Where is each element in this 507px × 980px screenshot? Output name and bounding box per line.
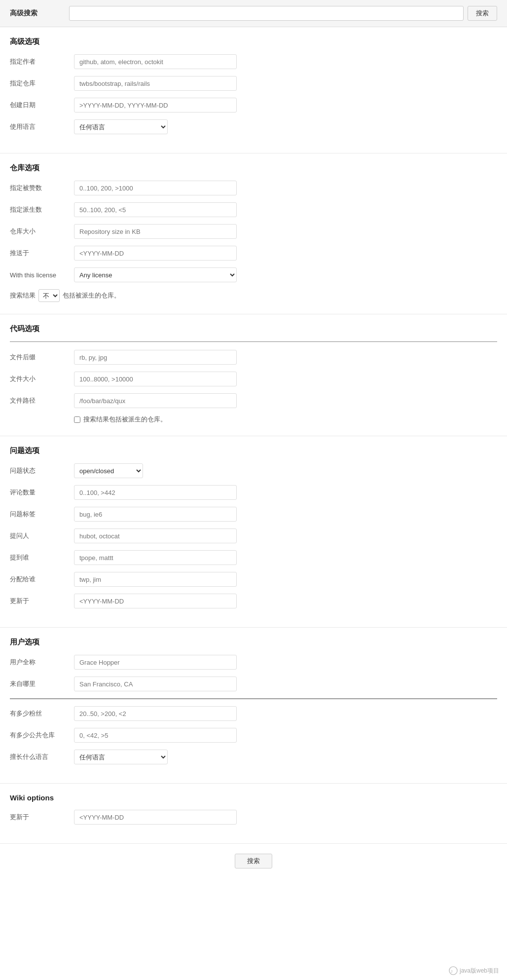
issue-state-row: 问题状态 open/closed (10, 463, 497, 478)
language-select[interactable]: 任何语言 (74, 119, 168, 134)
issue-labels-row: 问题标签 (10, 507, 497, 522)
issue-updated-row: 更新于 (10, 594, 497, 608)
forks-label: 指定派生数 (10, 205, 74, 214)
repo-row: 指定仓库 (10, 76, 497, 91)
top-search-button[interactable]: 搜索 (468, 6, 497, 21)
followers-row: 有多少粉丝 (10, 706, 497, 721)
user-options-title: 用户选项 (10, 638, 497, 647)
fullname-input[interactable] (74, 655, 237, 670)
author-input[interactable] (74, 54, 237, 69)
followers-label: 有多少粉丝 (10, 709, 74, 718)
reposize-label: 仓库大小 (10, 227, 74, 236)
repo-options-title: 仓库选项 (10, 163, 497, 173)
location-label: 来自哪里 (10, 679, 74, 688)
mentions-input[interactable] (74, 550, 237, 565)
filesize-input[interactable] (74, 372, 237, 386)
wiki-updated-input[interactable] (74, 810, 237, 825)
extension-label: 文件后缀 (10, 353, 74, 362)
mentions-label: 提到谁 (10, 553, 74, 562)
author-issue-label: 提问人 (10, 531, 74, 540)
advanced-options-title: 高级选项 (10, 37, 497, 46)
comments-row: 评论数量 (10, 485, 497, 500)
code-options-section: 代码选项 文件后缀 文件大小 文件路径 搜索结果包括被派生的仓库。 (0, 314, 507, 436)
issue-updated-label: 更新于 (10, 597, 74, 605)
public-repos-row: 有多少公共仓库 (10, 728, 497, 743)
stars-input[interactable] (74, 181, 237, 195)
issue-state-label: 问题状态 (10, 466, 74, 475)
author-row: 指定作者 (10, 54, 497, 69)
issue-labels-label: 问题标签 (10, 510, 74, 519)
stars-label: 指定被赞数 (10, 184, 74, 192)
filesize-row: 文件大小 (10, 372, 497, 386)
bottom-bar: 搜索 (0, 844, 507, 878)
code-divider (10, 341, 497, 342)
comments-input[interactable] (74, 485, 237, 500)
user-language-label: 擅长什么语言 (10, 753, 74, 761)
filepath-label: 文件路径 (10, 396, 74, 405)
language-label: 使用语言 (10, 122, 74, 131)
wiki-options-section: Wiki options 更新于 (0, 784, 507, 844)
top-search-bar: 高级搜索 搜索 (0, 0, 507, 27)
comments-label: 评论数量 (10, 488, 74, 497)
location-input[interactable] (74, 677, 237, 691)
user-divider (10, 698, 497, 699)
public-repos-label: 有多少公共仓库 (10, 731, 74, 740)
bottom-search-button[interactable]: 搜索 (235, 854, 272, 868)
created-label: 创建日期 (10, 101, 74, 110)
forks-row: 指定派生数 (10, 202, 497, 217)
reposize-row: 仓库大小 (10, 224, 497, 239)
fork-text: 包括被派生的仓库。 (63, 291, 120, 300)
author-label: 指定作者 (10, 57, 74, 66)
forks-input[interactable] (74, 202, 237, 217)
author-issue-input[interactable] (74, 528, 237, 543)
fullname-label: 用户全称 (10, 658, 74, 667)
filepath-input[interactable] (74, 393, 237, 408)
extension-row: 文件后缀 (10, 350, 497, 365)
author-issue-row: 提问人 (10, 528, 497, 543)
wiki-updated-label: 更新于 (10, 813, 74, 822)
assigned-input[interactable] (74, 572, 237, 587)
repo-options-section: 仓库选项 指定被赞数 指定派生数 仓库大小 推送于 With this lice… (0, 153, 507, 314)
user-options-section: 用户选项 用户全称 来自哪里 有多少粉丝 有多少公共仓库 擅长什么语言 任何语言 (0, 628, 507, 784)
filepath-row: 文件路径 (10, 393, 497, 408)
code-fork-checkbox[interactable] (74, 416, 80, 423)
public-repos-input[interactable] (74, 728, 237, 743)
assigned-row: 分配给谁 (10, 572, 497, 587)
created-row: 创建日期 (10, 98, 497, 113)
location-row: 来自哪里 (10, 677, 497, 691)
language-row: 使用语言 任何语言 (10, 119, 497, 134)
license-select[interactable]: Any license (74, 267, 237, 282)
issue-labels-input[interactable] (74, 507, 237, 522)
code-fork-checkbox-label: 搜索结果包括被派生的仓库。 (83, 415, 167, 424)
extension-input[interactable] (74, 350, 237, 365)
mentions-row: 提到谁 (10, 550, 497, 565)
issue-options-section: 问题选项 问题状态 open/closed 评论数量 问题标签 提问人 提到谁 … (0, 436, 507, 628)
fork-row: 搜索结果 不 是 包括被派生的仓库。 (10, 289, 497, 302)
reposize-input[interactable] (74, 224, 237, 239)
top-search-input[interactable] (69, 6, 464, 21)
top-search-label: 高级搜索 (10, 9, 69, 18)
repo-input[interactable] (74, 76, 237, 91)
fork-label: 搜索结果 (10, 291, 36, 300)
code-fork-checkbox-row: 搜索结果包括被派生的仓库。 (74, 415, 497, 424)
stars-row: 指定被赞数 (10, 181, 497, 195)
created-input[interactable] (74, 98, 237, 113)
issue-updated-input[interactable] (74, 594, 237, 608)
license-row: With this license Any license (10, 267, 497, 282)
pushed-row: 推送于 (10, 246, 497, 261)
pushed-input[interactable] (74, 246, 237, 261)
code-options-title: 代码选项 (10, 324, 497, 334)
issue-state-select[interactable]: open/closed (74, 463, 143, 478)
fork-select[interactable]: 不 是 (38, 289, 60, 302)
wiki-options-title: Wiki options (10, 793, 497, 802)
pushed-label: 推送于 (10, 249, 74, 258)
issue-options-title: 问题选项 (10, 446, 497, 455)
filesize-label: 文件大小 (10, 375, 74, 383)
user-language-select[interactable]: 任何语言 (74, 750, 168, 764)
page-container: 高级搜索 搜索 高级选项 指定作者 指定仓库 创建日期 使用语言 任何语言 仓库… (0, 0, 507, 878)
advanced-options-section: 高级选项 指定作者 指定仓库 创建日期 使用语言 任何语言 (0, 27, 507, 153)
fullname-row: 用户全称 (10, 655, 497, 670)
user-language-row: 擅长什么语言 任何语言 (10, 750, 497, 764)
followers-input[interactable] (74, 706, 237, 721)
assigned-label: 分配给谁 (10, 575, 74, 584)
